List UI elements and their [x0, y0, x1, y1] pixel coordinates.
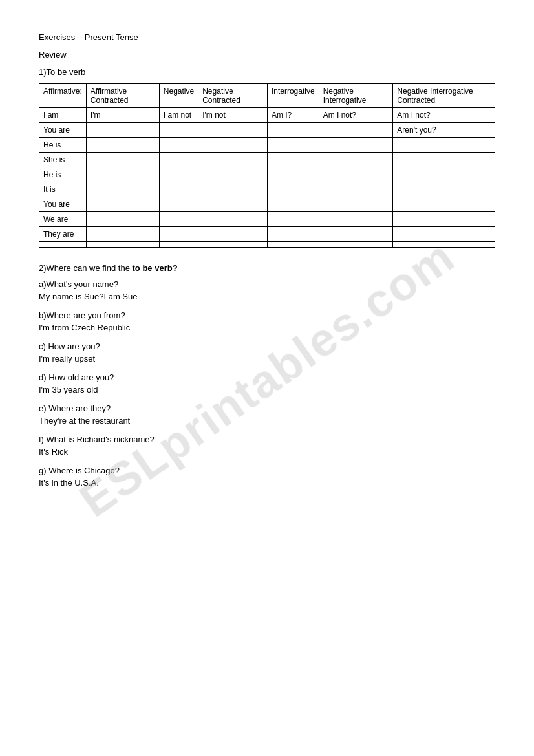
table-cell-2-5 [319, 138, 393, 153]
table-row: He is [39, 138, 495, 153]
table-cell-6-4 [267, 197, 319, 212]
table-cell-0-4: Am I? [267, 108, 319, 123]
table-cell-6-1 [86, 197, 159, 212]
table-cell-6-3 [198, 197, 268, 212]
question-2: c) How are you? [39, 341, 495, 351]
header-negative-interrogative: Negative Interrogative [319, 84, 393, 108]
table-cell-2-2 [159, 138, 198, 153]
table-cell-4-1 [86, 167, 159, 182]
answer-3: I'm 35 years old [39, 385, 495, 394]
table-cell-6-0: You are [39, 197, 87, 212]
table-cell-8-1 [86, 227, 159, 242]
table-cell-4-2 [159, 167, 198, 182]
table-cell-9-3 [198, 242, 268, 248]
table-cell-5-3 [198, 182, 268, 197]
table-cell-8-5 [319, 227, 393, 242]
table-cell-7-3 [198, 212, 268, 227]
table-cell-7-1 [86, 212, 159, 227]
table-cell-1-0: You are [39, 123, 87, 138]
table-row: They are [39, 227, 495, 242]
question-6: g) Where is Chicago? [39, 466, 495, 475]
qa-block-3: d) How old are you?I'm 35 years old [39, 373, 495, 394]
section2-title: 2)Where can we find the to be verb? [39, 263, 495, 273]
question-0: a)What's your name? [39, 279, 495, 289]
table-cell-7-6 [393, 212, 495, 227]
table-cell-2-3 [198, 138, 268, 153]
table-cell-6-5 [319, 197, 393, 212]
header-negative-interrogative-contracted: Negative Interrogative Contracted [393, 84, 495, 108]
qa-block-1: b)Where are you from?I'm from Czech Repu… [39, 310, 495, 332]
table-cell-4-5 [319, 167, 393, 182]
qa-block-2: c) How are you?I'm really upset [39, 341, 495, 363]
table-header-row: Affirmative: Affirmative Contracted Nega… [39, 84, 495, 108]
table-cell-7-0: We are [39, 212, 87, 227]
table-cell-4-4 [267, 167, 319, 182]
table-cell-5-4 [267, 182, 319, 197]
table-cell-2-1 [86, 138, 159, 153]
header-interrogative: Interrogative [267, 84, 319, 108]
table-cell-5-5 [319, 182, 393, 197]
question-4: e) Where are they? [39, 404, 495, 413]
qa-container: a)What's your name?My name is Sue?I am S… [39, 279, 495, 488]
question-5: f) What is Richard's nickname? [39, 435, 495, 444]
table-cell-2-0: He is [39, 138, 87, 153]
table-row: It is [39, 182, 495, 197]
table-cell-1-2 [159, 123, 198, 138]
table-cell-4-3 [198, 167, 268, 182]
answer-4: They're at the restaurant [39, 416, 495, 426]
header-negative-contracted: Negative Contracted [198, 84, 268, 108]
table-row: She is [39, 153, 495, 167]
header-negative: Negative [159, 84, 198, 108]
table-cell-2-4 [267, 138, 319, 153]
header-affirmative-contracted: Affirmative Contracted [86, 84, 159, 108]
table-cell-9-1 [86, 242, 159, 248]
table-cell-3-2 [159, 153, 198, 167]
table-cell-0-5: Am I not? [319, 108, 393, 123]
answer-5: It's Rick [39, 447, 495, 457]
table-cell-1-5 [319, 123, 393, 138]
table-row: You are [39, 197, 495, 212]
section2-title-bold: to be verb? [133, 263, 178, 273]
table-cell-8-0: They are [39, 227, 87, 242]
qa-block-6: g) Where is Chicago?It's in the U.S.A. [39, 466, 495, 488]
qa-block-5: f) What is Richard's nickname?It's Rick [39, 435, 495, 457]
table-cell-5-1 [86, 182, 159, 197]
table-cell-0-1: I'm [86, 108, 159, 123]
table-cell-8-6 [393, 227, 495, 242]
table-cell-1-6: Aren't you? [393, 123, 495, 138]
table-cell-1-1 [86, 123, 159, 138]
answer-6: It's in the U.S.A. [39, 478, 495, 488]
table-cell-1-3 [198, 123, 268, 138]
section2-title-start: 2)Where can we find the [39, 263, 133, 273]
table-cell-9-6 [393, 242, 495, 248]
table-row: I amI'mI am notI'm notAm I?Am I not?Am I… [39, 108, 495, 123]
review-label: Review [39, 50, 495, 59]
header-affirmative: Affirmative: [39, 84, 87, 108]
table-cell-8-2 [159, 227, 198, 242]
to-be-verb-table: Affirmative: Affirmative Contracted Nega… [39, 83, 495, 248]
table-cell-3-4 [267, 153, 319, 167]
table-row: We are [39, 212, 495, 227]
table-cell-8-4 [267, 227, 319, 242]
table-cell-6-2 [159, 197, 198, 212]
table-cell-6-6 [393, 197, 495, 212]
table-cell-5-6 [393, 182, 495, 197]
qa-block-4: e) Where are they?They're at the restaur… [39, 404, 495, 426]
table-cell-9-5 [319, 242, 393, 248]
table-cell-0-0: I am [39, 108, 87, 123]
table-cell-0-2: I am not [159, 108, 198, 123]
table-cell-7-4 [267, 212, 319, 227]
table-cell-4-6 [393, 167, 495, 182]
table-cell-7-5 [319, 212, 393, 227]
table-cell-3-1 [86, 153, 159, 167]
table-cell-9-2 [159, 242, 198, 248]
table-cell-0-6: Am I not? [393, 108, 495, 123]
table-cell-8-3 [198, 227, 268, 242]
question-3: d) How old are you? [39, 373, 495, 382]
section1-title: 1)To be verb [39, 67, 495, 77]
table-cell-0-3: I'm not [198, 108, 268, 123]
table-row: He is [39, 167, 495, 182]
table-row [39, 242, 495, 248]
table-cell-3-3 [198, 153, 268, 167]
table-cell-9-0 [39, 242, 87, 248]
